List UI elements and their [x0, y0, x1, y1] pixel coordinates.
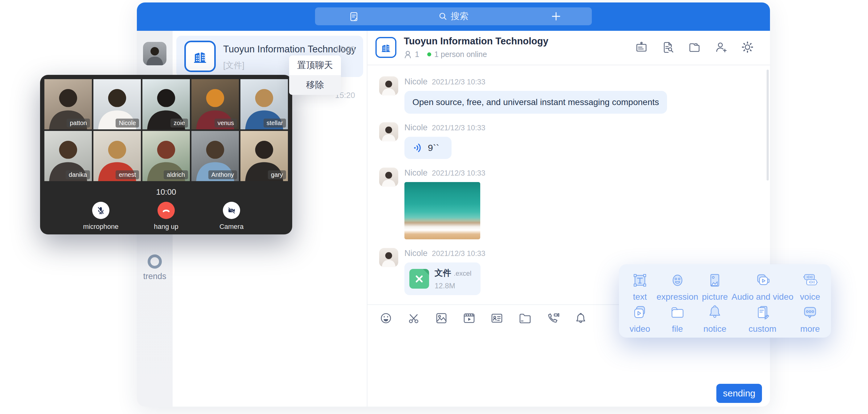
send-button[interactable]: sending	[716, 384, 762, 403]
contact-card-icon[interactable]	[490, 311, 504, 325]
chat-subtitle: 1 1 person online	[404, 50, 487, 59]
video-clip-icon[interactable]	[462, 311, 476, 325]
panel-label: file	[672, 324, 683, 334]
avatar[interactable]	[379, 76, 398, 95]
online-dot	[427, 52, 431, 56]
file-attachment[interactable]: 文件.excel 12.8M	[404, 262, 480, 295]
file-folder-icon	[669, 303, 686, 321]
participant-tile[interactable]: aldrich	[143, 131, 190, 181]
trends-label: trends	[137, 272, 173, 281]
conversation-preview: [文件]	[223, 60, 244, 71]
participant-name: danika	[66, 170, 90, 179]
member-count: 1	[415, 50, 419, 59]
participant-tile[interactable]: stellar	[241, 79, 288, 129]
camera-off-icon	[227, 206, 236, 215]
settings-gear-icon[interactable]	[741, 41, 754, 54]
search-field[interactable]: 搜索	[315, 7, 592, 25]
avatar[interactable]	[379, 167, 398, 187]
sidebar-item-trends[interactable]: trends	[137, 254, 173, 281]
user-avatar[interactable]	[143, 42, 166, 65]
chat-history-search-icon[interactable]	[661, 41, 675, 54]
panel-item-audio-video[interactable]: Audio and video	[732, 271, 794, 302]
scrollbar-thumb[interactable]	[767, 70, 769, 181]
hangup-label: hang up	[143, 223, 189, 231]
participant-tile[interactable]: Anthony	[191, 131, 239, 181]
emoji-icon[interactable]	[379, 311, 393, 325]
camera-label: Camera	[208, 223, 255, 231]
chat-title: Tuoyun Information Technology	[404, 36, 548, 47]
compose-area[interactable]: sending	[367, 331, 770, 407]
message-time: 2021/12/3 10:33	[432, 124, 486, 132]
participant-tile[interactable]: patton	[44, 79, 92, 129]
image-icon[interactable]	[435, 311, 448, 325]
hang-up-button[interactable]	[157, 202, 175, 219]
participant-name: ernest	[116, 170, 139, 179]
image-attachment[interactable]	[404, 182, 480, 240]
video-call-overlay: patton Nicole zoie venus stellar danika …	[40, 75, 292, 234]
panel-item-picture[interactable]: picture	[698, 271, 732, 302]
building-icon	[380, 41, 392, 53]
message-image: Nicole 2021/12/3 10:33	[379, 167, 770, 240]
camera-toggle-button[interactable]	[223, 202, 240, 219]
message-time: 2021/12/3 10:33	[432, 249, 486, 258]
participant-tile[interactable]: ernest	[93, 131, 141, 181]
avatar[interactable]	[379, 248, 398, 267]
more-icon	[801, 303, 819, 321]
panel-label: voice	[800, 292, 820, 302]
participant-tile[interactable]: Nicole	[93, 79, 141, 129]
panel-item-voice[interactable]: voice	[794, 271, 827, 302]
participant-tile[interactable]: gary	[241, 131, 288, 181]
menu-item-remove[interactable]: 移除	[289, 75, 341, 95]
notice-board-icon[interactable]	[635, 41, 648, 54]
video-icon	[631, 303, 649, 321]
menu-item-pin-chat[interactable]: 置顶聊天	[289, 56, 341, 75]
panel-item-file[interactable]: file	[656, 303, 698, 334]
panel-item-expression[interactable]: expression	[656, 271, 698, 302]
hangup-control: hang up	[143, 202, 189, 231]
panel-item-text[interactable]: text	[623, 271, 656, 302]
mic-muted-icon	[96, 206, 105, 215]
add-member-icon[interactable]	[714, 41, 727, 54]
screenshot-scissors-icon[interactable]	[407, 311, 421, 325]
panel-label: custom	[749, 324, 776, 334]
hang-up-icon	[161, 205, 171, 215]
panel-item-video[interactable]: video	[623, 303, 656, 334]
add-icon[interactable]	[551, 11, 561, 23]
microphone-mute-button[interactable]	[92, 202, 110, 219]
message-voice: Nicole 2021/12/3 10:33 9``	[379, 122, 770, 159]
online-text: 1 person online	[434, 50, 487, 59]
panel-item-more[interactable]: more	[794, 303, 827, 334]
avatar[interactable]	[379, 122, 398, 141]
panel-item-notice[interactable]: notice	[698, 303, 732, 334]
expression-icon	[669, 271, 686, 289]
audio-video-icon	[754, 271, 771, 289]
notification-bell-icon[interactable]	[574, 311, 588, 325]
sender-name: Nicole	[404, 123, 428, 132]
participant-tile[interactable]: venus	[191, 79, 239, 129]
files-icon[interactable]	[688, 41, 701, 54]
text-bubble[interactable]: Open source, free, and universal instant…	[404, 91, 667, 114]
microphone-label: microphone	[78, 223, 124, 231]
panel-label: picture	[702, 292, 728, 302]
participant-tile[interactable]: zoie	[143, 79, 190, 129]
building-icon	[192, 48, 208, 65]
participant-tile[interactable]: danika	[44, 131, 92, 181]
voice-wave-icon	[412, 142, 424, 153]
voice-bubble[interactable]: 9``	[404, 137, 452, 159]
panel-label: text	[633, 292, 647, 302]
group-avatar	[375, 37, 396, 58]
sender-name: Nicole	[404, 249, 428, 258]
folder-icon[interactable]	[518, 311, 531, 325]
search-bar[interactable]: 搜索	[315, 7, 592, 25]
panel-label: more	[800, 324, 820, 334]
message-text: Nicole 2021/12/3 10:33 Open source, free…	[379, 76, 770, 114]
top-bar: 搜索	[137, 2, 770, 31]
voice-duration: 9``	[428, 142, 439, 153]
panel-label: video	[629, 324, 650, 334]
panel-item-custom[interactable]: custom	[732, 303, 794, 334]
participant-name: Nicole	[116, 119, 139, 128]
sender-name: Nicole	[404, 77, 428, 87]
chat-header: Tuoyun Information Technology 1 1 person…	[367, 31, 770, 65]
video-call-icon[interactable]	[546, 311, 560, 325]
message-time: 2021/12/3 10:33	[432, 77, 486, 86]
